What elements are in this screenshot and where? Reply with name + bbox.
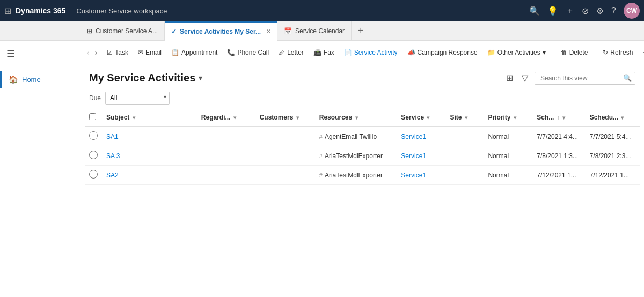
row-select-cell[interactable] [85, 127, 102, 146]
service-sort-icon: ▾ [427, 115, 429, 121]
resources-sort-icon: ▾ [355, 115, 358, 121]
toolbar: ‹ › ☑ Task ✉ Email 📋 Appointment 📞 Phone… [80, 41, 644, 64]
tab-label: Service Activities My Ser... [180, 28, 261, 35]
row-radio[interactable] [89, 151, 98, 159]
subject-link[interactable]: SA1 [106, 133, 119, 140]
resource-icon: # [319, 153, 323, 159]
subject-link[interactable]: SA2 [106, 172, 119, 179]
row-priority: Normal [484, 166, 532, 185]
tab-service-activities[interactable]: ✓ Service Activities My Ser... ✕ [165, 21, 277, 41]
service-activity-button[interactable]: 📄 Service Activity [340, 47, 402, 58]
fax-button[interactable]: 📠 Fax [309, 47, 339, 58]
tab-bar: ⊞ Customer Service A... ✓ Service Activi… [0, 21, 644, 41]
avatar[interactable]: CW [624, 3, 640, 19]
row-site [445, 166, 484, 185]
delete-button[interactable]: 🗑 Delete [557, 47, 592, 58]
page-title-text: My Service Activities [89, 72, 195, 84]
view-toggle-button[interactable]: ⊞ [504, 71, 515, 85]
subject-link[interactable]: SA 3 [106, 152, 120, 160]
tab-add-button[interactable]: + [352, 25, 370, 36]
col-header-sch[interactable]: Sch... ↑ ▾ [532, 109, 585, 127]
service-link[interactable]: Service1 [401, 133, 426, 140]
search-input[interactable] [538, 72, 623, 84]
row-radio[interactable] [89, 131, 98, 140]
resource-name: AgentEmail Twillio [325, 133, 377, 140]
row-sch: 7/8/2021 1:3... [532, 146, 585, 166]
letter-icon: 🖊 [279, 49, 285, 56]
col-header-regarding[interactable]: Regardi... ▾ [197, 109, 255, 127]
page-title-chevron[interactable]: ▾ [199, 74, 202, 82]
campaign-response-button[interactable]: 📣 Campaign Response [403, 47, 482, 58]
service-link[interactable]: Service1 [401, 172, 426, 179]
table-row: SA1 # AgentEmail Twillio Service1 Normal… [85, 127, 640, 146]
top-bar-right: 🔍 💡 ＋ ⊘ ⚙ ? CW [529, 3, 640, 19]
subject-sort-icon: ▾ [133, 115, 135, 121]
nav-forward-button[interactable]: › [93, 47, 100, 58]
email-button[interactable]: ✉ Email [134, 47, 166, 58]
col-header-schedu[interactable]: Schedu... ▾ [586, 109, 640, 127]
sch-sort-icon2: ▾ [562, 115, 565, 121]
row-service: Service1 [397, 127, 445, 146]
task-icon: ☑ [107, 49, 113, 56]
row-site [445, 127, 484, 146]
sidebar-top: ☰ [0, 41, 80, 66]
filter-select[interactable]: All Today This Week This Month [105, 92, 170, 105]
tab-service-calendar[interactable]: 📅 Service Calendar [277, 21, 352, 41]
plus-icon[interactable]: ＋ [566, 5, 574, 17]
row-resources: # AriaTestMdlExporter [315, 166, 397, 185]
lightbulb-icon[interactable]: 💡 [547, 6, 558, 16]
appointment-button[interactable]: 📋 Appointment [167, 47, 222, 58]
task-button[interactable]: ☑ Task [103, 47, 133, 58]
service-link[interactable]: Service1 [401, 152, 426, 160]
tab-close-icon[interactable]: ✕ [266, 28, 270, 34]
row-select-cell[interactable] [85, 146, 102, 166]
site-sort-icon: ▾ [465, 115, 467, 121]
task-label: Task [115, 49, 128, 56]
row-radio[interactable] [89, 170, 98, 179]
refresh-button[interactable]: ↻ Refresh [598, 47, 637, 58]
col-header-subject[interactable]: Subject ▾ [102, 109, 197, 127]
row-resources: # AgentEmail Twillio [315, 127, 397, 146]
row-resources: # AriaTestMdlExporter [315, 146, 397, 166]
schedu-sort-icon: ▾ [621, 115, 624, 121]
more-button[interactable]: ⋯ [638, 47, 644, 58]
search-icon[interactable]: 🔍 [529, 6, 540, 16]
nav-arrows: ‹ › [85, 47, 99, 58]
settings-icon[interactable]: ⚙ [596, 6, 604, 16]
phonecall-button[interactable]: 📞 Phone Call [223, 47, 273, 58]
col-header-service[interactable]: Service ▾ [397, 109, 445, 127]
search-icon[interactable]: 🔍 [623, 74, 632, 82]
refresh-label: Refresh [610, 49, 633, 56]
filter-view-button[interactable]: ▽ [519, 71, 530, 85]
col-header-resources[interactable]: Resources ▾ [315, 109, 397, 127]
tab-customer-service[interactable]: ⊞ Customer Service A... [80, 21, 165, 41]
row-schedu: 7/8/2021 2:3... [586, 146, 640, 166]
regarding-sort-icon: ▾ [233, 115, 236, 121]
grid-icon[interactable]: ⊞ [4, 6, 11, 16]
select-all-header[interactable] [85, 109, 102, 127]
row-schedu: 7/12/2021 1... [586, 166, 640, 185]
other-activities-label: Other Activities [497, 49, 540, 56]
row-schedu: 7/7/2021 5:4... [586, 127, 640, 146]
col-header-site[interactable]: Site ▾ [445, 109, 484, 127]
help-icon[interactable]: ? [611, 6, 616, 16]
workspace-label: Customer Service workspace [76, 7, 167, 15]
select-all-checkbox[interactable] [89, 113, 96, 120]
row-select-cell[interactable] [85, 166, 102, 185]
letter-button[interactable]: 🖊 Letter [274, 47, 308, 58]
campaign-icon: 📣 [407, 49, 415, 56]
tab-icon: ✓ [171, 28, 177, 35]
service-activities-table: Subject ▾ Regardi... ▾ Customers ▾ Res [85, 109, 640, 185]
col-header-priority[interactable]: Priority ▾ [484, 109, 532, 127]
fax-icon: 📠 [313, 49, 321, 56]
tab-label: Service Calendar [295, 27, 345, 35]
filter-icon[interactable]: ⊘ [582, 6, 589, 16]
sidebar-item-home[interactable]: 🏠 Home [0, 71, 80, 88]
hamburger-icon[interactable]: ☰ [6, 48, 15, 60]
nav-back-button[interactable]: ‹ [85, 47, 92, 58]
other-activities-button[interactable]: 📁 Other Activities ▾ [483, 47, 550, 58]
other-activities-chevron: ▾ [543, 49, 546, 56]
col-header-customers[interactable]: Customers ▾ [255, 109, 315, 127]
resource-icon: # [319, 172, 323, 179]
row-regarding [197, 166, 255, 185]
